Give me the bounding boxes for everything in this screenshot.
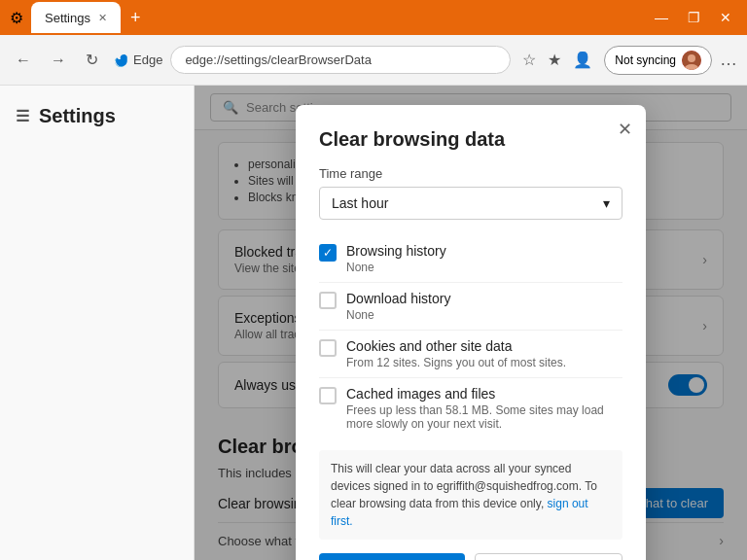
modal-overlay[interactable]: Clear browsing data ✕ Time range Last ho… <box>195 86 747 560</box>
dropdown-icon: ▾ <box>603 195 610 211</box>
cookies-label: Cookies and other site data <box>346 338 566 354</box>
sync-button[interactable]: Not syncing <box>604 46 712 75</box>
sidebar: ☰ Settings <box>0 86 195 560</box>
sync-notice: This will clear your data across all you… <box>319 450 622 540</box>
toolbar-icons: ☆ ★ 👤 <box>518 47 596 73</box>
browsing-history-content: Browsing history None <box>346 243 446 274</box>
settings-tab[interactable]: Settings ✕ <box>31 2 121 33</box>
cookies-content: Cookies and other site data From 12 site… <box>346 338 566 369</box>
cookies-checkbox[interactable] <box>319 339 337 357</box>
cached-checkbox[interactable] <box>319 387 337 404</box>
dialog-actions: Clear now Cancel <box>319 553 622 560</box>
settings-tab-icon: ⚙ <box>8 9 25 26</box>
cached-sub: Frees up less than 58.1 MB. Some sites m… <box>346 403 622 431</box>
collections-icon[interactable]: ★ <box>544 47 565 73</box>
edge-logo: Edge <box>112 52 162 69</box>
browsing-history-label: Browsing history <box>346 243 446 259</box>
url-bar[interactable]: edge://settings/clearBrowserData <box>170 46 511 74</box>
star-icon[interactable]: ☆ <box>518 47 540 73</box>
checkbox-scroll-area: ✓ Browsing history None Download history <box>319 235 622 450</box>
hamburger-icon[interactable]: ☰ <box>16 107 29 125</box>
cookies-sub: From 12 sites. Signs you out of most sit… <box>346 356 566 369</box>
forward-button[interactable]: → <box>45 48 72 73</box>
title-bar-left: ⚙ Settings ✕ + <box>8 2 639 33</box>
browsing-history-checkbox[interactable]: ✓ <box>319 244 337 262</box>
checkbox-cookies: Cookies and other site data From 12 site… <box>319 331 622 378</box>
time-range-label: Time range <box>319 166 622 181</box>
sign-out-link[interactable]: sign out first. <box>331 497 588 528</box>
clear-data-dialog: Clear browsing data ✕ Time range Last ho… <box>296 105 646 560</box>
address-bar: ← → ↻ Edge edge://settings/clearBrowserD… <box>0 35 747 86</box>
dialog-title: Clear browsing data <box>319 128 622 151</box>
tab-close-icon[interactable]: ✕ <box>98 12 107 24</box>
sync-label: Not syncing <box>615 53 676 67</box>
main-layout: ☰ Settings 🔍 Search settings personalise… <box>0 86 747 560</box>
avatar <box>682 51 701 70</box>
checkbox-download-history: Download history None <box>319 283 622 331</box>
refresh-button[interactable]: ↻ <box>80 47 104 73</box>
back-button[interactable]: ← <box>10 48 37 73</box>
maximize-button[interactable]: ❐ <box>680 10 708 25</box>
clear-now-button[interactable]: Clear now <box>319 553 465 560</box>
time-range-value: Last hour <box>332 195 388 211</box>
url-text: edge://settings/clearBrowserData <box>185 52 371 67</box>
checkbox-browsing-history: ✓ Browsing history None <box>319 235 622 283</box>
download-history-content: Download history None <box>346 291 450 322</box>
minimize-button[interactable]: — <box>647 10 676 25</box>
sidebar-title: Settings <box>39 105 116 127</box>
cancel-button[interactable]: Cancel <box>475 553 622 560</box>
time-range-select[interactable]: Last hour ▾ <box>319 187 622 220</box>
title-bar: ⚙ Settings ✕ + — ❐ ✕ <box>0 0 747 35</box>
window-controls: — ❐ ✕ <box>647 10 739 25</box>
download-history-label: Download history <box>346 291 450 306</box>
cached-label: Cached images and files <box>346 386 622 402</box>
download-history-checkbox[interactable] <box>319 292 337 309</box>
new-tab-button[interactable]: + <box>130 8 141 28</box>
browser-name: Edge <box>133 52 162 67</box>
close-window-button[interactable]: ✕ <box>712 10 739 25</box>
content-area: 🔍 Search settings personalised Sites wil… <box>195 86 747 560</box>
dialog-close-button[interactable]: ✕ <box>618 119 632 140</box>
tab-title: Settings <box>45 11 90 25</box>
cached-content: Cached images and files Frees up less th… <box>346 386 622 431</box>
checkbox-cached: Cached images and files Frees up less th… <box>319 378 622 438</box>
svg-point-1 <box>688 54 695 62</box>
sidebar-header: ☰ Settings <box>0 97 194 135</box>
download-history-sub: None <box>346 308 450 322</box>
browsing-history-sub: None <box>346 261 446 274</box>
checkbox-list: ✓ Browsing history None Download history <box>319 235 622 438</box>
more-options-button[interactable]: … <box>720 50 737 70</box>
account-icon[interactable]: 👤 <box>569 47 596 73</box>
